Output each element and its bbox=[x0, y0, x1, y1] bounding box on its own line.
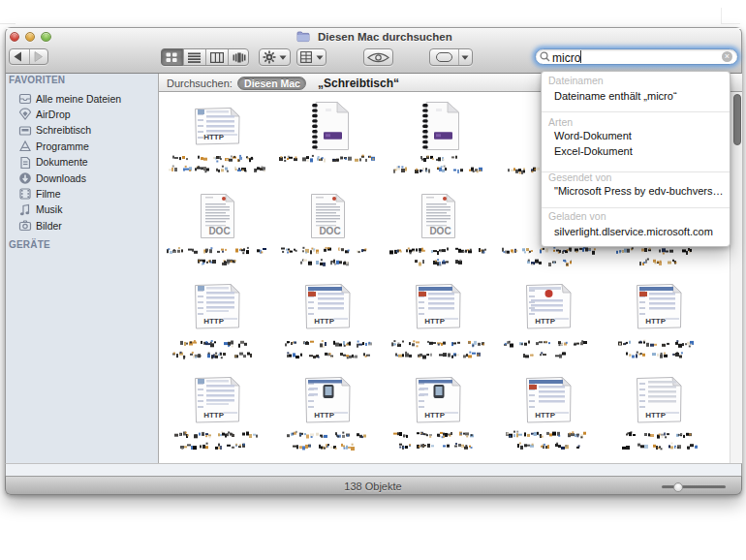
svg-text:HTTP: HTTP bbox=[203, 411, 225, 420]
svg-text:HTTP: HTTP bbox=[424, 317, 446, 326]
svg-text:HTTP: HTTP bbox=[645, 317, 667, 326]
svg-text:HTTP: HTTP bbox=[314, 411, 335, 420]
svg-text:HTTP: HTTP bbox=[535, 411, 556, 420]
svg-text:HTTP: HTTP bbox=[314, 317, 335, 326]
svg-text:HTTP: HTTP bbox=[645, 411, 667, 420]
svg-text:DOC: DOC bbox=[319, 226, 340, 236]
svg-text:HTTP: HTTP bbox=[203, 317, 225, 326]
svg-text:DOC: DOC bbox=[208, 226, 230, 236]
svg-text:DOC: DOC bbox=[429, 226, 451, 236]
svg-text:HTTP: HTTP bbox=[203, 133, 225, 141]
svg-text:HTTP: HTTP bbox=[424, 411, 446, 420]
svg-text:HTTP: HTTP bbox=[535, 317, 556, 326]
